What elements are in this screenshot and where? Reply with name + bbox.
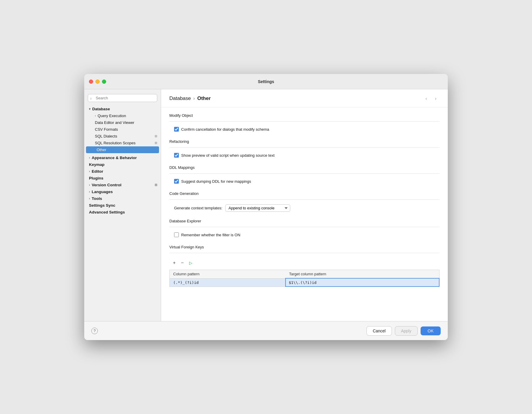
section-title-code-gen: Code Generation (169, 191, 439, 196)
section-divider (169, 173, 439, 174)
sidebar-item-sql-dialects[interactable]: SQL Dialects ⊞ (84, 133, 161, 140)
sidebar-item-label: Editor (92, 169, 103, 174)
breadcrumb-current: Other (197, 96, 210, 101)
sidebar-item-languages[interactable]: › Languages (84, 188, 161, 195)
vfk-table: Column pattern Target column pattern (.*… (169, 270, 439, 287)
sidebar-item-keymap[interactable]: Keymap (84, 161, 161, 168)
sidebar-item-label: Settings Sync (89, 203, 115, 208)
table-header-col-pattern: Column pattern (170, 270, 286, 279)
checkbox-row-remember-filter: Remember whether the filter is ON (174, 232, 439, 238)
section-title-db-explorer: Database Explorer (169, 219, 439, 223)
vfk-remove-button[interactable]: − (180, 260, 185, 266)
main-header: Database › Other ‹ › (161, 89, 448, 107)
sidebar-item-editor[interactable]: › Editor (84, 168, 161, 175)
section-title-modify-object: Modify Object (169, 113, 439, 118)
breadcrumb: Database › Other (169, 96, 211, 101)
ok-button[interactable]: OK (421, 326, 441, 335)
remember-filter-checkbox[interactable] (174, 232, 179, 237)
main-layout: ⌕ ▾ Database › Query Execution Data Edit… (84, 89, 448, 321)
table-row[interactable]: (.*)_(?i)id $1\\.(\?i)id (170, 278, 439, 287)
search-input[interactable] (88, 94, 157, 102)
section-divider (169, 147, 439, 148)
sidebar-item-label: Other (97, 148, 106, 152)
suggest-ddl-label: Suggest dumping DDL for new mappings (181, 179, 251, 184)
show-preview-checkbox[interactable] (174, 153, 179, 158)
section-title-vfk: Virtual Foreign Keys (169, 245, 439, 249)
breadcrumb-parent: Database (169, 96, 191, 101)
sidebar-item-plugins[interactable]: Plugins (84, 175, 161, 182)
chevron-right-icon: › (95, 114, 96, 117)
vfk-toolbar: + − ▷ (169, 258, 439, 268)
refactoring-section: Refactoring Show preview of valid script… (169, 139, 439, 158)
sidebar-item-label: Data Editor and Viewer (95, 120, 134, 125)
section-divider (169, 199, 439, 200)
settings-icon: ⊞ (155, 183, 157, 187)
sidebar-item-version-control[interactable]: › Version Control ⊞ (84, 182, 161, 188)
section-divider (169, 253, 439, 253)
checkbox-row-show-preview: Show preview of valid script when updati… (174, 152, 439, 158)
settings-icon: ⊞ (155, 134, 157, 138)
footer-left: ? (91, 328, 98, 334)
chevron-right-icon: › (89, 197, 90, 200)
section-title-ddl: DDL Mappings (169, 165, 439, 170)
section-divider (169, 121, 439, 122)
cancel-button[interactable]: Cancel (366, 326, 392, 336)
sidebar-item-database[interactable]: ▾ Database (84, 106, 161, 112)
sidebar: ⌕ ▾ Database › Query Execution Data Edit… (84, 89, 161, 321)
titlebar: Settings (84, 74, 448, 89)
ddl-mappings-section: DDL Mappings Suggest dumping DDL for new… (169, 165, 439, 184)
sidebar-item-label: Tools (92, 196, 102, 201)
close-button[interactable] (89, 80, 93, 84)
context-templates-select[interactable]: Append to existing console Create new co… (225, 204, 290, 212)
code-generation-section: Code Generation Generate context templat… (169, 191, 439, 212)
sidebar-item-label: Plugins (89, 176, 103, 180)
sidebar-item-label: Languages (92, 190, 113, 194)
footer-right: Cancel Apply OK (366, 326, 441, 336)
col-pattern-cell: (.*)_(?i)id (170, 278, 286, 287)
checkbox-row-suggest-ddl: Suggest dumping DDL for new mappings (174, 178, 439, 184)
checkbox-row-confirm-cancel: Confirm cancellation for dialogs that mo… (174, 126, 439, 132)
vfk-add-button[interactable]: + (172, 260, 177, 266)
sidebar-item-settings-sync[interactable]: Settings Sync (84, 202, 161, 209)
generate-context-label: Generate context templates: (174, 206, 222, 210)
sidebar-item-label: Version Control (92, 183, 121, 187)
show-preview-label: Show preview of valid script when updati… (181, 153, 275, 158)
modify-object-section: Modify Object Confirm cancellation for d… (169, 113, 439, 132)
sidebar-item-csv-formats[interactable]: CSV Formats (84, 126, 161, 133)
sidebar-item-appearance[interactable]: › Appearance & Behavior (84, 154, 161, 161)
sidebar-item-label: Keymap (89, 162, 105, 167)
sidebar-item-label: Query Execution (98, 114, 126, 118)
settings-icon: ⊞ (155, 141, 157, 145)
footer: ? Cancel Apply OK (84, 321, 448, 340)
sidebar-item-other[interactable]: Other (86, 146, 159, 153)
table-header-row: Column pattern Target column pattern (170, 270, 439, 279)
chevron-right-icon: › (89, 156, 90, 159)
sidebar-item-data-editor[interactable]: Data Editor and Viewer (84, 119, 161, 126)
apply-button[interactable]: Apply (395, 326, 418, 336)
main-content: Database › Other ‹ › Modify Object Confi… (161, 89, 448, 321)
sidebar-item-tools[interactable]: › Tools (84, 195, 161, 202)
target-pattern-cell[interactable]: $1\\.(\?i)id (286, 278, 439, 287)
chevron-down-icon: ▾ (89, 107, 90, 111)
breadcrumb-separator: › (193, 96, 195, 101)
maximize-button[interactable] (102, 80, 106, 84)
suggest-ddl-checkbox[interactable] (174, 179, 179, 184)
settings-body: Modify Object Confirm cancellation for d… (161, 107, 448, 321)
sidebar-item-advanced-settings[interactable]: Advanced Settings (84, 209, 161, 216)
vfk-play-button[interactable]: ▷ (188, 260, 194, 266)
table-header-target-pattern: Target column pattern (286, 270, 439, 279)
chevron-right-icon: › (89, 190, 90, 193)
sidebar-item-sql-resolution[interactable]: SQL Resolution Scopes ⊞ (84, 140, 161, 146)
confirm-cancel-checkbox[interactable] (174, 127, 179, 132)
nav-arrows: ‹ › (422, 95, 439, 102)
traffic-lights (89, 80, 106, 84)
forward-arrow-button[interactable]: › (432, 95, 439, 102)
back-arrow-button[interactable]: ‹ (422, 95, 430, 102)
section-title-refactoring: Refactoring (169, 139, 439, 144)
sidebar-item-label: CSV Formats (95, 127, 118, 132)
sidebar-item-query-execution[interactable]: › Query Execution (84, 112, 161, 119)
chevron-right-icon: › (89, 170, 90, 173)
minimize-button[interactable] (95, 80, 100, 84)
help-button[interactable]: ? (91, 328, 98, 334)
confirm-cancel-label: Confirm cancellation for dialogs that mo… (181, 127, 269, 132)
